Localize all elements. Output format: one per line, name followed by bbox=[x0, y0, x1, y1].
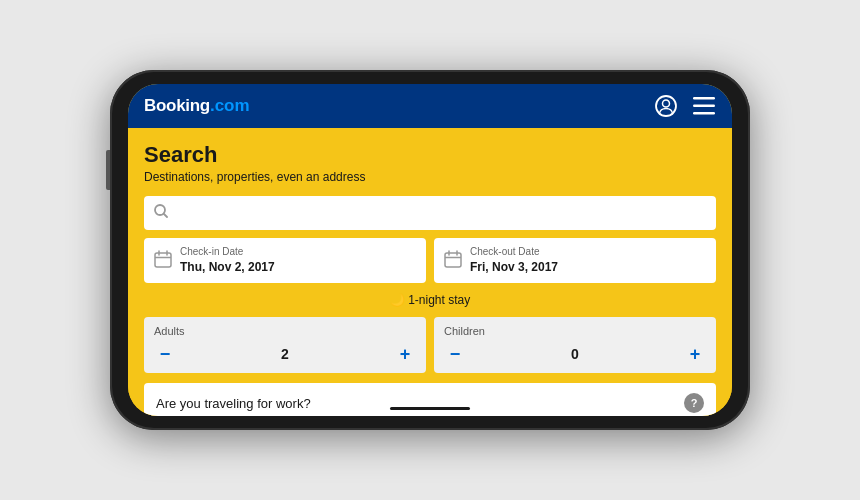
children-label: Children bbox=[444, 325, 706, 337]
brand-name: Booking bbox=[144, 96, 210, 116]
page-title: Search bbox=[144, 142, 716, 168]
svg-rect-3 bbox=[693, 105, 715, 108]
night-stay-bar: 🌙 1-night stay bbox=[144, 291, 716, 309]
brand-dot: .com bbox=[210, 96, 250, 116]
user-icon[interactable] bbox=[654, 94, 678, 118]
main-content: Search Destinations, properties, even an… bbox=[128, 128, 732, 416]
work-travel-label: Are you traveling for work? bbox=[156, 396, 311, 411]
phone-frame: Booking .com bbox=[110, 70, 750, 430]
work-travel-bar: Are you traveling for work? ? bbox=[144, 383, 716, 416]
checkout-info: Check-out Date Fri, Nov 3, 2017 bbox=[470, 246, 558, 275]
search-input[interactable] bbox=[176, 206, 706, 221]
svg-rect-7 bbox=[155, 253, 171, 267]
adults-value: 2 bbox=[281, 346, 289, 362]
svg-line-6 bbox=[164, 214, 167, 217]
phone-screen: Booking .com bbox=[128, 84, 732, 416]
help-icon[interactable]: ? bbox=[684, 393, 704, 413]
svg-rect-11 bbox=[445, 253, 461, 267]
menu-icon[interactable] bbox=[692, 94, 716, 118]
navbar-icons bbox=[654, 94, 716, 118]
checkout-box[interactable]: Check-out Date Fri, Nov 3, 2017 bbox=[434, 238, 716, 283]
search-description: Destinations, properties, even an addres… bbox=[144, 170, 716, 184]
scroll-indicator bbox=[390, 407, 470, 410]
checkin-calendar-icon bbox=[154, 250, 172, 272]
children-counter: − 0 + bbox=[444, 343, 706, 365]
children-box: Children − 0 + bbox=[434, 317, 716, 373]
children-plus-button[interactable]: + bbox=[684, 343, 706, 365]
adults-plus-button[interactable]: + bbox=[394, 343, 416, 365]
night-stay-text: 1-night stay bbox=[408, 293, 470, 307]
checkout-value: Fri, Nov 3, 2017 bbox=[470, 260, 558, 274]
search-icon bbox=[154, 204, 168, 222]
date-row: Check-in Date Thu, Nov 2, 2017 bbox=[144, 238, 716, 283]
brand-logo: Booking .com bbox=[144, 96, 250, 116]
checkout-calendar-icon bbox=[444, 250, 462, 272]
checkin-info: Check-in Date Thu, Nov 2, 2017 bbox=[180, 246, 275, 275]
checkin-label: Check-in Date bbox=[180, 246, 275, 257]
children-minus-button[interactable]: − bbox=[444, 343, 466, 365]
search-input-wrapper[interactable] bbox=[144, 196, 716, 230]
checkin-value: Thu, Nov 2, 2017 bbox=[180, 260, 275, 274]
adults-minus-button[interactable]: − bbox=[154, 343, 176, 365]
checkout-label: Check-out Date bbox=[470, 246, 558, 257]
navbar: Booking .com bbox=[128, 84, 732, 128]
adults-box: Adults − 2 + bbox=[144, 317, 426, 373]
guests-row: Adults − 2 + Children − 0 + bbox=[144, 317, 716, 373]
adults-label: Adults bbox=[154, 325, 416, 337]
search-heading: Search Destinations, properties, even an… bbox=[144, 142, 716, 184]
checkin-box[interactable]: Check-in Date Thu, Nov 2, 2017 bbox=[144, 238, 426, 283]
svg-rect-2 bbox=[693, 97, 715, 100]
adults-counter: − 2 + bbox=[154, 343, 416, 365]
svg-point-1 bbox=[663, 100, 670, 107]
svg-rect-4 bbox=[693, 112, 715, 115]
moon-icon: 🌙 bbox=[390, 293, 405, 307]
children-value: 0 bbox=[571, 346, 579, 362]
